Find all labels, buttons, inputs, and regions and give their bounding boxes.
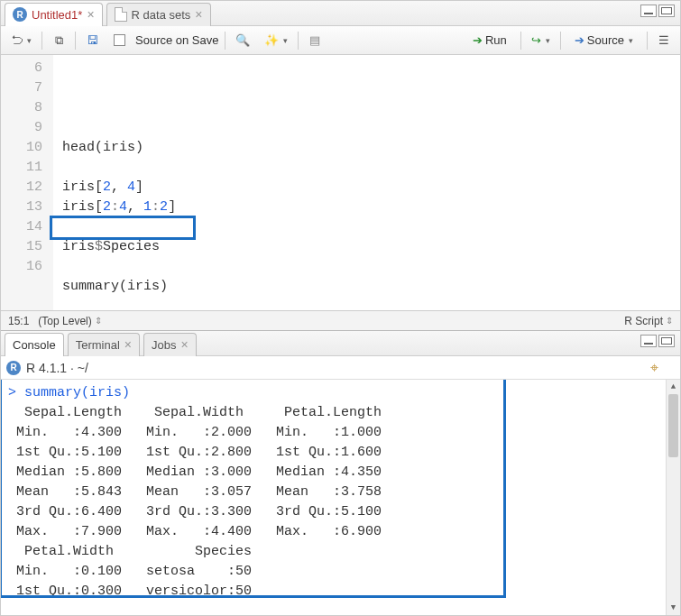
code-line[interactable]: iris[2:4, 1:2] <box>62 198 680 217</box>
separator <box>298 32 299 50</box>
code-line[interactable]: summary(iris) <box>62 277 680 297</box>
console-tab-terminal[interactable]: Terminal× <box>68 333 140 356</box>
code-area[interactable]: head(iris) iris[2, 4]iris[2:4, 1:2] iris… <box>53 55 680 310</box>
scroll-up-arrow[interactable]: ▲ <box>667 380 680 394</box>
pane-window-buttons <box>640 335 675 347</box>
console-info-row: R R 4.1.1 · ~/ ⌖ <box>1 356 680 380</box>
source-on-save-label: Source on Save <box>135 33 219 47</box>
scope-selector[interactable]: (Top Level) <box>38 315 101 327</box>
maximize-pane-button[interactable] <box>658 335 675 347</box>
source-tab-0[interactable]: RUntitled1*× <box>5 3 103 26</box>
document-icon <box>115 7 127 22</box>
console-result-text: Sepal.Length Sepal.Width Petal.Length Mi… <box>8 403 673 602</box>
code-line[interactable] <box>62 257 680 277</box>
outline-button[interactable]: ☰ <box>653 30 675 51</box>
line-gutter: 678910111213141516 <box>1 55 53 310</box>
close-tab-button[interactable]: × <box>180 338 188 351</box>
source-statusbar: 15:1 (Top Level) R Script <box>1 310 680 330</box>
code-line[interactable]: head(iris) <box>62 138 680 158</box>
scroll-thumb[interactable] <box>668 394 678 457</box>
close-tab-button[interactable]: × <box>87 8 94 21</box>
code-line[interactable]: iris$Species <box>62 237 680 257</box>
console-output[interactable]: > summary(iris) Sepal.Length Sepal.Width… <box>1 380 680 615</box>
minimize-pane-button[interactable] <box>640 335 657 347</box>
save-button[interactable]: 🖫 <box>81 30 103 51</box>
back-nav-button[interactable]: ⮌ <box>6 30 36 51</box>
scroll-down-arrow[interactable]: ▼ <box>667 601 680 615</box>
tab-label: Terminal <box>76 338 120 352</box>
code-tools-button[interactable]: ✨ <box>260 30 292 51</box>
clear-console-button[interactable]: ⌖ <box>650 360 658 376</box>
tab-label: Untitled1* <box>32 8 82 22</box>
console-tab-jobs[interactable]: Jobs× <box>143 333 197 356</box>
code-line[interactable] <box>62 217 680 237</box>
maximize-pane-button[interactable] <box>658 5 675 17</box>
separator <box>647 32 648 50</box>
source-toolbar: ⮌ ⧉ 🖫 Source on Save 🔍 ✨ ▤ ➔Run ↪ ➔Sourc… <box>1 26 680 55</box>
code-line[interactable] <box>62 158 680 178</box>
separator <box>225 32 225 50</box>
code-line[interactable] <box>62 118 680 138</box>
find-button[interactable]: 🔍 <box>231 30 254 51</box>
tab-label: Console <box>13 338 56 352</box>
console-prompt-line: > summary(iris) <box>8 383 673 403</box>
tab-label: R data sets <box>132 8 191 22</box>
code-line[interactable]: iris[2, 4] <box>62 178 680 198</box>
r-version-label: R 4.1.1 · ~/ <box>26 361 88 375</box>
separator <box>520 32 521 50</box>
r-file-icon: R <box>13 7 27 22</box>
r-logo-icon: R <box>6 361 21 375</box>
source-tab-1[interactable]: R data sets× <box>106 3 211 26</box>
code-line[interactable] <box>62 297 680 310</box>
source-pane: RUntitled1*×R data sets× ⮌ ⧉ 🖫 Source on… <box>1 1 680 331</box>
console-scrollbar[interactable]: ▲ ▼ <box>666 380 680 615</box>
compile-report-button[interactable]: ▤ <box>304 30 326 51</box>
tab-label: Jobs <box>152 338 176 352</box>
pane-window-buttons <box>640 5 675 17</box>
close-tab-button[interactable]: × <box>124 338 132 351</box>
console-tab-console[interactable]: Console <box>5 333 64 356</box>
console-pane: ConsoleTerminal×Jobs× R R 4.1.1 · ~/ ⌖ >… <box>1 331 680 615</box>
show-in-new-window-button[interactable]: ⧉ <box>48 30 69 51</box>
source-tabstrip: RUntitled1*×R data sets× <box>1 1 680 26</box>
rerun-button[interactable]: ↪ <box>527 30 555 51</box>
source-button[interactable]: ➔Source <box>566 30 641 51</box>
close-tab-button[interactable]: × <box>195 8 202 21</box>
separator <box>560 32 561 50</box>
language-selector[interactable]: R Script <box>624 315 673 327</box>
run-button[interactable]: ➔Run <box>465 30 515 51</box>
minimize-pane-button[interactable] <box>640 5 657 17</box>
separator <box>75 32 76 50</box>
separator <box>41 32 42 50</box>
cursor-position: 15:1 <box>8 315 29 327</box>
source-on-save-checkbox[interactable] <box>108 30 130 51</box>
console-tabstrip: ConsoleTerminal×Jobs× <box>1 331 680 356</box>
code-editor[interactable]: 678910111213141516 head(iris) iris[2, 4]… <box>1 55 680 310</box>
